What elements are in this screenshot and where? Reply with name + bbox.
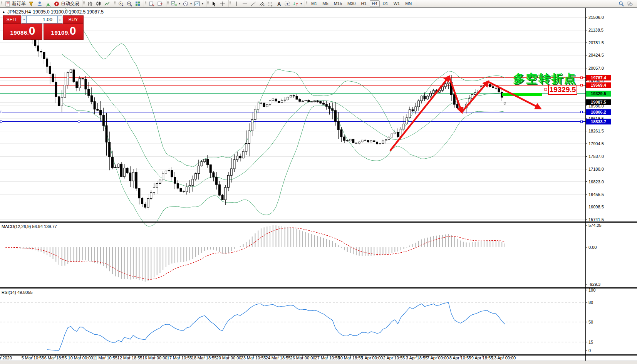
tiles-icon — [135, 1, 141, 7]
time-label: 23 Mar 10:55 — [241, 356, 266, 360]
bar-chart-button[interactable] — [86, 0, 94, 7]
horizontal-line-button[interactable] — [241, 0, 249, 7]
price-tick: 21138.5 — [588, 28, 603, 32]
new-order-button[interactable]: 新订单 — [3, 0, 27, 7]
chevron-down-icon[interactable]: ▾ — [179, 2, 180, 5]
toolbar-group-timeframes: M1M5M15M30H1H4D1W1MN — [305, 0, 416, 7]
toolbar-group-cursor-tools — [206, 0, 229, 7]
time-label: 7 Apr 00:00 — [427, 356, 449, 360]
drag-handle[interactable] — [114, 1, 116, 6]
arrows-button[interactable]: ▾ — [292, 0, 303, 7]
arrange2-icon — [157, 1, 163, 7]
annotations — [502, 93, 542, 96]
drag-handle[interactable] — [145, 1, 146, 6]
vline-icon — [233, 1, 240, 7]
chart-canvas[interactable]: MACD(12,26,9) 56.94 139.77RSI(14) 49.805… — [0, 0, 637, 364]
lot-size-input[interactable]: 1.00 — [27, 15, 57, 23]
chevron-down-icon[interactable]: ▾ — [190, 2, 192, 5]
chart-shift-button[interactable] — [156, 0, 164, 7]
timeframe-button-m30[interactable]: M30 — [345, 0, 358, 7]
indicator-icon — [194, 1, 200, 7]
toolbar-group-right — [616, 0, 637, 7]
toolbar-group-draw-tools: EFAT▾ — [229, 0, 305, 7]
arrange1-icon — [149, 1, 155, 7]
zoom-out-button[interactable] — [125, 0, 134, 7]
chevron-down-icon[interactable]: ▾ — [300, 2, 302, 5]
line-chart-button[interactable] — [103, 0, 111, 7]
crosshair-button[interactable] — [218, 0, 227, 7]
lot-decrease-button[interactable]: ▼ — [22, 15, 27, 23]
drag-handle[interactable] — [83, 1, 85, 6]
fibo-icon: F — [267, 1, 273, 7]
buy-price: 19109.0 — [44, 26, 84, 39]
toolbar-group-trade: 新订单自动交易 — [0, 0, 82, 7]
cursor-icon — [211, 1, 217, 7]
new-chart-button[interactable]: ▾ — [170, 0, 181, 7]
drag-handle[interactable] — [1, 1, 2, 6]
price-tick: 17537.0 — [588, 154, 604, 159]
timeframe-button-mn[interactable]: MN — [403, 0, 414, 7]
timeframe-button-m15[interactable]: M15 — [332, 0, 344, 7]
periods-button[interactable]: ▾ — [181, 0, 193, 7]
time-label: 9 Apr 18:55 — [471, 356, 493, 360]
price-tick: 17180.0 — [588, 167, 604, 171]
timeframe-button-h1[interactable]: H1 — [359, 0, 369, 7]
svg-text:F: F — [271, 5, 273, 7]
timeframe-button-h4[interactable]: H4 — [370, 0, 380, 7]
search-button[interactable] — [617, 0, 625, 7]
time-label: 27 Mar 10:55 — [315, 356, 340, 360]
timeframe-button-m5[interactable]: M5 — [320, 0, 330, 7]
labelT-icon: T — [284, 1, 290, 7]
autotrade-icon — [54, 1, 60, 7]
auto-arrange-button[interactable] — [148, 0, 156, 7]
text-button[interactable]: A — [275, 0, 283, 7]
chat-button[interactable] — [625, 0, 634, 7]
indicators-button[interactable]: ▾ — [193, 0, 205, 7]
textA-icon: A — [276, 1, 282, 7]
drag-handle[interactable] — [207, 1, 209, 6]
chevron-down-icon[interactable]: ▾ — [202, 2, 203, 5]
svg-text:E: E — [263, 4, 265, 7]
autotrading-button[interactable]: 自动交易 — [52, 0, 80, 7]
zoom-in-button[interactable] — [117, 0, 125, 7]
time-label: 5 Mar 10:55 — [22, 356, 44, 360]
candlestick-chart-button[interactable] — [94, 0, 103, 7]
time-label: 20 Mar 00:00 — [216, 356, 241, 360]
profile-icon[interactable] — [35, 0, 44, 7]
search-icon — [618, 1, 624, 7]
timeframe-button-w1[interactable]: W1 — [391, 0, 402, 7]
buy-button[interactable]: BUY — [63, 15, 84, 24]
sell-button[interactable]: SELL — [3, 15, 21, 24]
time-label: 2 Apr 10:55 — [383, 356, 405, 360]
zoomin-icon — [118, 1, 124, 7]
ohlc-values: 19035.0 19100.0 19002.5 19087.5 — [33, 9, 104, 15]
signal-icon — [45, 1, 51, 7]
drag-handle[interactable] — [230, 1, 231, 6]
lot-increase-button[interactable]: ▲ — [57, 15, 62, 23]
sell-button-label: SELL — [7, 17, 18, 22]
drag-handle[interactable] — [167, 1, 169, 6]
cursor-button[interactable] — [210, 0, 218, 7]
timeframe-button-d1[interactable]: D1 — [381, 0, 391, 7]
equidistant-channel-button[interactable]: E — [258, 0, 266, 7]
price-tag: 19787.4 — [591, 75, 607, 80]
vertical-line-button[interactable] — [232, 0, 241, 7]
text-label-button[interactable]: T — [283, 0, 292, 7]
toolbar: 新订单自动交易▾▾▾EFAT▾M1M5M15M30H1H4D1W1MN — [0, 0, 637, 8]
triangle-up-icon: ▲ — [59, 18, 61, 21]
funnel-icon — [28, 1, 34, 7]
timeframe-button-m1[interactable]: M1 — [309, 0, 319, 7]
svg-text:T: T — [287, 2, 289, 6]
fibonacci-button[interactable]: F — [266, 0, 275, 7]
green-highlight-bar — [502, 93, 542, 96]
price-callout-box: 19329.5 — [545, 85, 577, 94]
signals-icon[interactable] — [44, 0, 52, 7]
collapse-icon[interactable]: ▲ — [2, 10, 5, 14]
drag-handle[interactable] — [306, 1, 307, 6]
price-tag: 19569.4 — [591, 83, 607, 87]
time-label: 13 Apr 00:00 — [492, 356, 516, 360]
clock-icon — [183, 1, 189, 7]
trendline-button[interactable] — [249, 0, 258, 7]
new-chart-icon[interactable] — [27, 0, 35, 7]
tile-windows-button[interactable] — [134, 0, 142, 7]
